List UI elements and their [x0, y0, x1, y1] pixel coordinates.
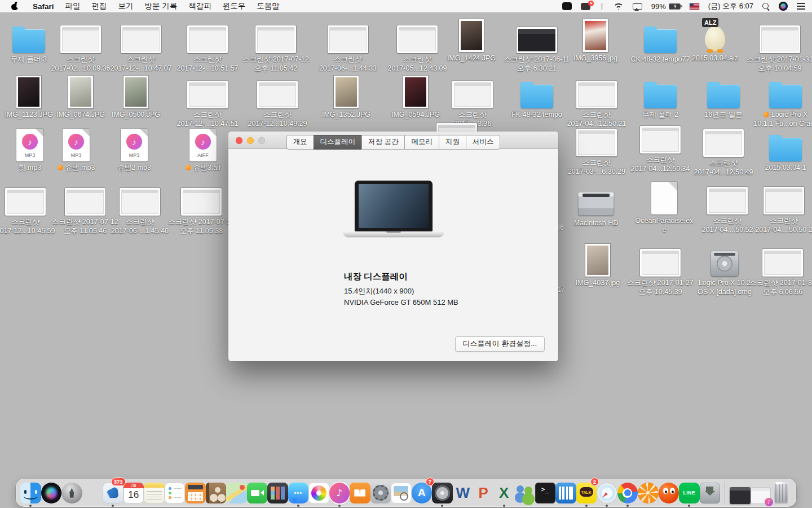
dock-sysprefs[interactable] [370, 479, 391, 506]
desktop-icon[interactable]: 2015.03.04 1 [751, 126, 812, 172]
desktop-icon[interactable]: ♪MP3 슈탱2.mp3 [99, 126, 169, 172]
dock-dict[interactable] [555, 479, 576, 506]
dock-word[interactable]: W [453, 479, 474, 506]
window-tab-bar: 개요디스플레이저장 공간메모리지원서비스 [286, 135, 501, 150]
minimize-button[interactable] [247, 137, 254, 144]
desktop-icon[interactable]: 스크린샷 2017-04...12.50.49 [689, 122, 758, 177]
desktop-icon[interactable]: Macintosh HD [561, 182, 631, 227]
dock-mail[interactable]: 373 [103, 479, 123, 506]
desktop-icon[interactable]: IMG_1424.JPG [436, 17, 506, 63]
desktop-icon[interactable]: 스크린샷 2017-03-...6.30.29 [562, 121, 632, 177]
menu-item[interactable]: 도움말 [251, 1, 285, 11]
menu-item[interactable]: 방문 기록 [139, 1, 183, 11]
desktop-icon[interactable]: 스크린샷 2017-07-12 오후 11.05.38 [166, 181, 236, 236]
input-source-flag-icon[interactable] [690, 3, 699, 10]
dock-line[interactable]: LINE [679, 479, 700, 506]
desktop-icon[interactable]: 스크린샷 2017-07-12 오후 11.05.42 [241, 18, 311, 73]
battery-indicator[interactable]: 99% [651, 2, 681, 11]
line-status-icon[interactable] [562, 2, 572, 10]
dock-photobooth[interactable] [267, 479, 288, 506]
dock-gom[interactable] [659, 479, 679, 506]
desktop-icon[interactable]: 스크린샷 2017-12...10.49.29 [242, 73, 312, 129]
window-tab[interactable]: 메모리 [404, 135, 439, 150]
desktop-icon[interactable]: IMG_3956.jpg [561, 17, 630, 63]
menu-item[interactable]: 편집 [86, 1, 113, 11]
desktop-icon[interactable]: 스크린샷 2017-12-...10.47.51 [173, 73, 242, 129]
desktop-icon[interactable]: OceanParadise.ex e [629, 179, 699, 235]
dock-messenger[interactable] [514, 479, 535, 506]
dock-ppt[interactable]: P [473, 479, 494, 506]
window-titlebar[interactable]: 개요디스플레이저장 공간메모리지원서비스 [228, 132, 558, 149]
dock-notes[interactable] [144, 479, 165, 506]
dock-maps[interactable] [226, 479, 247, 506]
app-menu-safari[interactable]: Safari [27, 0, 60, 12]
desktop-icon[interactable]: 스크린샷 2017-04....50.50 2 [749, 179, 812, 235]
dock-facetime[interactable] [247, 479, 268, 506]
desktop-icon[interactable]: 스크린샷 2017-01-31 오후 6.06.56 [748, 242, 812, 297]
desktop-icon[interactable]: 스크린샷 2017-06-...1.44.33 [313, 18, 383, 73]
desktop-icon[interactable]: 스크린샷 2017-04...12.50.21 [562, 73, 632, 129]
photobooth-icon [267, 483, 288, 503]
notification-center-icon[interactable] [797, 3, 805, 10]
bluetooth-icon[interactable]: ᛒ [599, 2, 604, 11]
window-tab[interactable]: 디스플레이 [314, 135, 363, 150]
desktop-icon[interactable]: IMG_0500.JPG [101, 73, 171, 119]
spotlight-icon[interactable] [762, 3, 770, 10]
menu-item[interactable]: 보기 [113, 1, 139, 11]
close-button[interactable] [236, 137, 242, 144]
kakaotalk-status-icon[interactable]: N [581, 3, 590, 10]
dock-launchpad[interactable] [61, 479, 82, 506]
dock-window-dark[interactable] [730, 479, 751, 506]
dock-ibooks[interactable] [350, 479, 370, 506]
display-preferences-button[interactable]: 디스플레이 환경설정... [455, 336, 545, 352]
dock-mission-control[interactable] [82, 479, 103, 506]
dock-photos[interactable] [308, 479, 329, 506]
dock-installer[interactable] [700, 479, 721, 506]
menu-clock[interactable]: (금) 오후 6:07 [708, 1, 753, 11]
dock-window-light[interactable] [751, 479, 771, 506]
desktop-icon[interactable]: 스크린샷 2017-06-...1.45.40 [105, 181, 175, 236]
dock-contacts[interactable] [206, 479, 227, 506]
dock-kakao[interactable]: TALK 2 [576, 479, 597, 506]
menu-item[interactable]: 책갈피 [183, 1, 217, 11]
dock-chrome[interactable] [617, 479, 638, 506]
window-tab[interactable]: 저장 공간 [361, 135, 405, 150]
window-tab[interactable]: 개요 [286, 135, 314, 150]
dock-appstore[interactable]: A 7 [412, 479, 433, 506]
desktop-icon[interactable]: ALZ 2015.03.04.alz [680, 17, 750, 63]
siri-icon[interactable] [779, 2, 788, 11]
wifi-icon[interactable] [614, 3, 624, 10]
dock-itunes[interactable]: ♪ [329, 479, 350, 506]
desktop-icon[interactable]: 무제 폴더 2 [625, 73, 695, 119]
window-tab[interactable]: 서비스 [466, 135, 501, 150]
dock-siri[interactable] [41, 479, 62, 506]
desktop-icon[interactable]: Logic Pro X 10.1.1 Fu...on Crack [751, 73, 812, 129]
desktop-icon[interactable]: ♪AIFF 슈탱3.aif [168, 126, 238, 172]
desktop-icon[interactable]: 스크린샷 2017-12-...10.47.07 [106, 18, 176, 73]
dock-logic[interactable] [432, 479, 453, 506]
menu-item[interactable]: 윈도우 [217, 1, 251, 11]
desktop-icon[interactable]: 스크린샷 2017-01-27 오후 10.45.39 [625, 242, 695, 297]
dock-calculator[interactable] [185, 479, 206, 506]
dock-tangerine[interactable] [638, 479, 659, 506]
desktop-icon[interactable]: IMG_1352.JPG [311, 73, 381, 119]
dock-terminal[interactable]: >_ [535, 479, 556, 506]
dock-excel[interactable]: X [494, 479, 515, 506]
desktop-icon[interactable]: 스크린샷 2017-01-31 오후 10.04.59 [745, 18, 812, 73]
dock-trash[interactable] [771, 479, 792, 506]
dock-calendar[interactable]: 2월16 [123, 479, 144, 506]
desktop-icon[interactable]: 스크린샷 2017-04...12.50.34 [625, 119, 695, 174]
desktop-icon[interactable]: IMG_4037.jpg [563, 242, 633, 287]
desktop-icon[interactable]: 스크린샷 2017-12-...10.51.57 [173, 18, 242, 73]
dock-messages[interactable]: ••• [288, 479, 309, 506]
apple-menu[interactable] [0, 0, 27, 12]
desktop-icon[interactable]: 16년도 일본 [689, 73, 758, 119]
airplay-icon[interactable] [633, 3, 642, 10]
dock-finder[interactable] [20, 479, 41, 506]
dock-safari[interactable] [597, 479, 617, 506]
window-tab[interactable]: 지원 [439, 135, 466, 150]
desktop-icon[interactable]: 스크린샷 2017-02...10.09.36 [46, 18, 116, 73]
dock-preview[interactable] [391, 479, 412, 506]
dock-reminders[interactable] [165, 479, 186, 506]
menu-item[interactable]: 파일 [60, 1, 86, 11]
